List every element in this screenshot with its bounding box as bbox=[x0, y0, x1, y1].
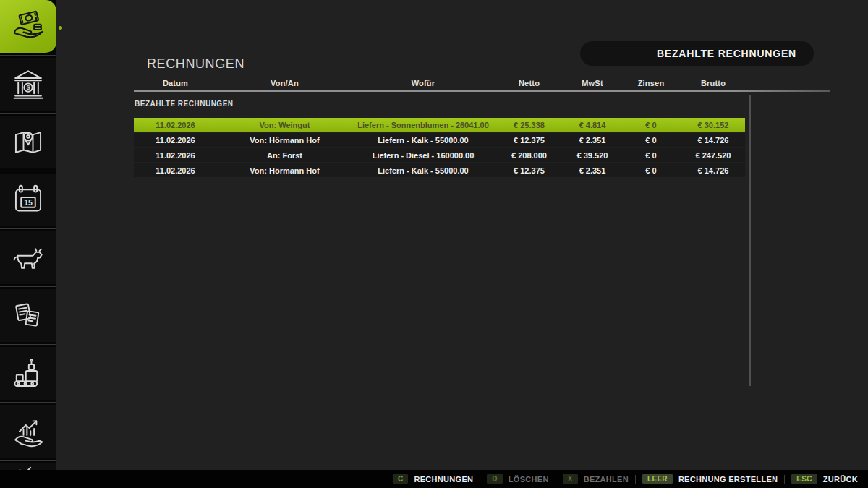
cell-vonan: Von: Hörmann Hof bbox=[217, 166, 352, 175]
cell-zinsen: € 0 bbox=[621, 121, 681, 129]
cell-zinsen: € 0 bbox=[621, 151, 681, 160]
cell-brutto: € 30.152 bbox=[681, 121, 745, 129]
column-header-mwst: MwSt bbox=[564, 79, 621, 87]
money-hand-icon bbox=[9, 8, 47, 46]
map-icon bbox=[9, 124, 47, 161]
shortcut-label: BEZAHLEN bbox=[584, 475, 629, 484]
shortcut-label: ZURÜCK bbox=[823, 475, 858, 484]
cell-brutto: € 14.726 bbox=[681, 136, 745, 145]
section-label: BEZAHLTE RECHNUNGEN bbox=[135, 100, 234, 108]
cell-wofuer: Liefern - Sonnenblumen - 26041.00 bbox=[352, 121, 494, 129]
cell-wofuer: Liefern - Diesel - 160000.00 bbox=[352, 151, 494, 160]
column-header-netto: Netto bbox=[494, 79, 564, 87]
cell-vonan: Von: Weingut bbox=[217, 121, 352, 129]
sidebar-separator bbox=[0, 460, 56, 461]
cell-zinsen: € 0 bbox=[621, 136, 681, 145]
statistics-icon bbox=[9, 413, 47, 450]
key-badge-space: LEER bbox=[642, 474, 673, 484]
cell-mwst: € 2.351 bbox=[564, 166, 621, 175]
sidebar-item-invoices[interactable] bbox=[0, 289, 56, 342]
cell-mwst: € 4.814 bbox=[564, 121, 621, 129]
sidebar: $ 15 bbox=[0, 0, 56, 470]
shortcut-divider bbox=[635, 475, 636, 484]
shortcut-delete: D LÖSCHEN bbox=[487, 474, 548, 484]
table-header: Datum Von/An Wofür Netto MwSt Zinsen Bru… bbox=[134, 77, 745, 89]
cell-wofuer: Liefern - Kalk - 55000.00 bbox=[352, 136, 494, 145]
sidebar-separator bbox=[0, 55, 56, 56]
shortcut-label: RECHNUNGEN bbox=[414, 475, 473, 484]
sidebar-item-statistics[interactable] bbox=[0, 405, 56, 458]
sidebar-separator bbox=[0, 228, 56, 229]
sidebar-separator bbox=[0, 113, 56, 114]
production-icon bbox=[9, 355, 47, 393]
sidebar-item-calendar[interactable]: 15 bbox=[0, 174, 56, 226]
sidebar-separator bbox=[0, 402, 56, 403]
invoices-icon bbox=[9, 297, 47, 335]
column-header-vonan: Von/An bbox=[217, 79, 352, 87]
cell-vonan: Von: Hörmann Hof bbox=[217, 136, 352, 145]
cell-wofuer: Liefern - Kalk - 55000.00 bbox=[352, 166, 494, 175]
cell-datum: 11.02.2026 bbox=[134, 136, 217, 145]
key-badge-esc: ESC bbox=[791, 474, 817, 484]
cell-vonan: An: Forst bbox=[217, 151, 352, 160]
shortcut-label: RECHNUNG ERSTELLEN bbox=[678, 475, 778, 484]
sidebar-item-animals[interactable] bbox=[0, 231, 56, 284]
column-header-zinsen: Zinsen bbox=[621, 79, 681, 87]
paid-invoices-button[interactable]: BEZAHLTE RECHNUNGEN bbox=[580, 41, 814, 66]
cow-icon bbox=[9, 239, 47, 277]
scrollbar[interactable] bbox=[749, 95, 751, 386]
shortcut-divider bbox=[480, 475, 480, 484]
key-badge-c: C bbox=[393, 474, 409, 484]
cell-mwst: € 2.351 bbox=[564, 136, 621, 145]
svg-text:$: $ bbox=[27, 84, 30, 91]
column-header-brutto: Brutto bbox=[681, 79, 745, 87]
cell-brutto: € 14.726 bbox=[681, 166, 745, 175]
shortcut-divider bbox=[784, 475, 785, 484]
shortcut-create-invoice[interactable]: LEER RECHNUNG ERSTELLEN bbox=[642, 474, 778, 484]
invoice-row[interactable]: 11.02.2026 An: Forst Liefern - Diesel - … bbox=[134, 148, 745, 162]
shortcut-pay: X BEZAHLEN bbox=[563, 474, 629, 484]
shortcut-invoices[interactable]: C RECHNUNGEN bbox=[393, 474, 473, 484]
column-header-wofuer: Wofür bbox=[352, 79, 494, 87]
cell-datum: 11.02.2026 bbox=[134, 121, 217, 129]
sidebar-item-map[interactable] bbox=[0, 116, 56, 168]
sidebar-item-finances[interactable] bbox=[0, 0, 56, 53]
invoice-row-selected[interactable]: 11.02.2026 Von: Weingut Liefern - Sonnen… bbox=[134, 118, 745, 132]
cell-mwst: € 39.520 bbox=[564, 151, 621, 160]
invoices-screen: $ 15 bbox=[0, 0, 868, 488]
bottom-bar: C RECHNUNGEN D LÖSCHEN X BEZAHLEN LEER R… bbox=[0, 470, 868, 488]
invoice-row[interactable]: 11.02.2026 Von: Hörmann Hof Liefern - Ka… bbox=[134, 133, 745, 147]
bank-icon: $ bbox=[9, 66, 47, 103]
calendar-icon: 15 bbox=[9, 181, 47, 219]
page-title: RECHNUNGEN bbox=[147, 56, 244, 72]
cell-zinsen: € 0 bbox=[621, 166, 681, 175]
cell-netto: € 12.375 bbox=[494, 136, 564, 145]
key-badge-d: D bbox=[487, 474, 503, 484]
shortcut-label: LÖSCHEN bbox=[509, 475, 549, 484]
cell-brutto: € 247.520 bbox=[681, 151, 745, 160]
shortcut-back[interactable]: ESC ZURÜCK bbox=[791, 474, 858, 484]
active-tab-pointer bbox=[59, 26, 62, 30]
cell-netto: € 208.000 bbox=[494, 151, 564, 160]
svg-text:15: 15 bbox=[24, 197, 33, 206]
sidebar-item-bank[interactable]: $ bbox=[0, 58, 56, 111]
key-badge-x: X bbox=[563, 474, 578, 484]
cell-netto: € 25.338 bbox=[494, 121, 564, 129]
sidebar-item-production[interactable] bbox=[0, 347, 56, 400]
cell-netto: € 12.375 bbox=[494, 166, 564, 175]
sidebar-separator bbox=[0, 171, 56, 171]
sidebar-separator bbox=[0, 286, 56, 287]
shortcut-divider bbox=[556, 475, 556, 484]
sidebar-separator bbox=[0, 344, 56, 345]
table-header-divider bbox=[134, 90, 830, 92]
cell-datum: 11.02.2026 bbox=[134, 151, 217, 160]
invoice-row[interactable]: 11.02.2026 Von: Hörmann Hof Liefern - Ka… bbox=[134, 163, 745, 177]
column-header-datum: Datum bbox=[134, 79, 217, 87]
cell-datum: 11.02.2026 bbox=[134, 166, 217, 175]
invoice-table: 11.02.2026 Von: Weingut Liefern - Sonnen… bbox=[134, 118, 745, 177]
